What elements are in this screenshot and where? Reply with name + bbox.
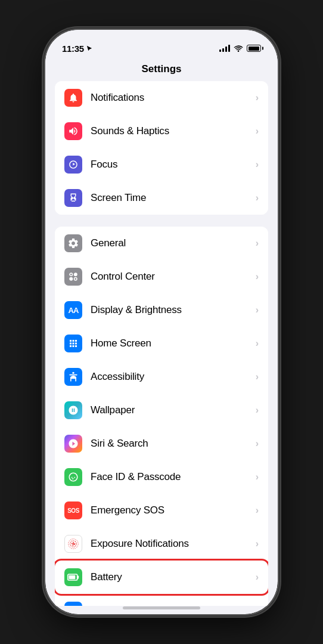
settings-row-exposure[interactable]: Exposure Notifications › xyxy=(55,527,268,561)
location-arrow-icon xyxy=(86,45,92,51)
sounds-label: Sounds & Haptics xyxy=(91,125,252,137)
settings-row-general[interactable]: General › xyxy=(55,227,268,260)
accessibility-chevron: › xyxy=(256,371,259,382)
phone-frame: 11:35 Settings xyxy=(45,30,278,614)
sos-label: Emergency SOS xyxy=(91,504,252,516)
group-1-inner: Notifications › Sounds & Haptics › xyxy=(55,81,268,215)
settings-row-focus[interactable]: Focus › xyxy=(55,148,268,181)
status-time: 11:35 xyxy=(62,44,84,54)
focus-icon xyxy=(64,156,82,174)
settings-row-controlcenter[interactable]: Control Center › xyxy=(55,260,268,293)
controlcenter-chevron: › xyxy=(256,271,259,282)
exposure-label: Exposure Notifications xyxy=(91,538,252,550)
settings-row-faceid[interactable]: Face ID & Passcode › xyxy=(55,460,268,494)
battery-row-wrapper: Battery › xyxy=(55,561,268,594)
settings-row-notifications[interactable]: Notifications › xyxy=(55,81,268,114)
signal-icon xyxy=(219,45,230,52)
wallpaper-chevron: › xyxy=(256,405,259,416)
siri-chevron: › xyxy=(256,438,259,449)
battery-status-icon xyxy=(247,45,261,52)
general-label: General xyxy=(91,237,252,249)
status-icons xyxy=(219,45,261,52)
settings-row-sounds[interactable]: Sounds & Haptics › xyxy=(55,114,268,148)
controlcenter-label: Control Center xyxy=(91,271,252,283)
notifications-chevron: › xyxy=(256,92,259,103)
privacy-icon xyxy=(64,602,82,606)
sos-chevron: › xyxy=(256,505,259,516)
sounds-chevron: › xyxy=(256,126,259,137)
general-icon xyxy=(64,234,82,252)
screentime-label: Screen Time xyxy=(91,192,252,204)
sos-icon: SOS xyxy=(64,501,82,519)
battery-icon xyxy=(64,568,82,586)
notifications-label: Notifications xyxy=(91,92,252,104)
settings-row-privacy[interactable]: Privacy › xyxy=(55,594,268,606)
general-chevron: › xyxy=(256,238,259,249)
svg-rect-11 xyxy=(69,575,76,580)
settings-row-screentime[interactable]: Screen Time › xyxy=(55,181,268,215)
notifications-icon xyxy=(64,89,82,107)
svg-point-1 xyxy=(74,273,77,276)
svg-rect-10 xyxy=(77,576,79,579)
homescreen-label: Home Screen xyxy=(91,338,252,349)
accessibility-icon xyxy=(64,368,82,386)
privacy-chevron: › xyxy=(256,605,259,606)
display-icon: AA xyxy=(64,301,82,319)
wallpaper-icon xyxy=(64,401,82,419)
settings-row-homescreen[interactable]: Home Screen › xyxy=(55,327,268,360)
home-indicator xyxy=(123,606,200,609)
svg-point-4 xyxy=(72,372,74,374)
privacy-label: Privacy xyxy=(91,605,252,606)
display-chevron: › xyxy=(256,305,259,315)
settings-row-battery[interactable]: Battery › xyxy=(55,561,268,594)
settings-group-1: Notifications › Sounds & Haptics › xyxy=(45,81,278,215)
siri-label: Siri & Search xyxy=(91,438,252,450)
focus-label: Focus xyxy=(91,159,252,171)
accessibility-label: Accessibility xyxy=(91,371,252,383)
focus-chevron: › xyxy=(256,159,259,170)
controlcenter-icon xyxy=(64,268,82,286)
page-title: Settings xyxy=(141,63,181,75)
wifi-icon xyxy=(234,45,243,52)
screentime-chevron: › xyxy=(256,193,259,203)
faceid-label: Face ID & Passcode xyxy=(91,471,252,483)
group-2-inner: General › Control xyxy=(55,227,268,606)
sounds-icon xyxy=(64,122,82,140)
nav-bar: Settings xyxy=(45,60,278,81)
exposure-icon xyxy=(64,535,82,553)
svg-point-0 xyxy=(70,273,73,276)
settings-row-display[interactable]: AA Display & Brightness › xyxy=(55,293,268,327)
wallpaper-label: Wallpaper xyxy=(91,404,252,416)
svg-point-2 xyxy=(70,278,73,281)
settings-row-siri[interactable]: Siri & Search › xyxy=(55,427,268,460)
homescreen-icon xyxy=(64,335,82,352)
display-label: Display & Brightness xyxy=(91,304,252,316)
status-bar: 11:35 xyxy=(45,30,278,60)
exposure-chevron: › xyxy=(256,538,259,549)
svg-point-8 xyxy=(73,543,74,544)
settings-group-2: General › Control xyxy=(45,227,278,606)
settings-row-accessibility[interactable]: Accessibility › xyxy=(55,360,268,394)
settings-scroll[interactable]: Notifications › Sounds & Haptics › xyxy=(45,81,278,606)
siri-icon xyxy=(64,435,82,453)
screentime-icon xyxy=(64,189,82,207)
screen: 11:35 Settings xyxy=(45,30,278,614)
homescreen-chevron: › xyxy=(256,338,259,349)
settings-row-sos[interactable]: SOS Emergency SOS › xyxy=(55,494,268,527)
battery-label: Battery xyxy=(91,571,252,583)
svg-point-3 xyxy=(74,278,77,281)
faceid-icon xyxy=(64,468,82,486)
settings-row-wallpaper[interactable]: Wallpaper › xyxy=(55,394,268,427)
battery-chevron: › xyxy=(256,572,259,583)
faceid-chevron: › xyxy=(256,472,259,482)
